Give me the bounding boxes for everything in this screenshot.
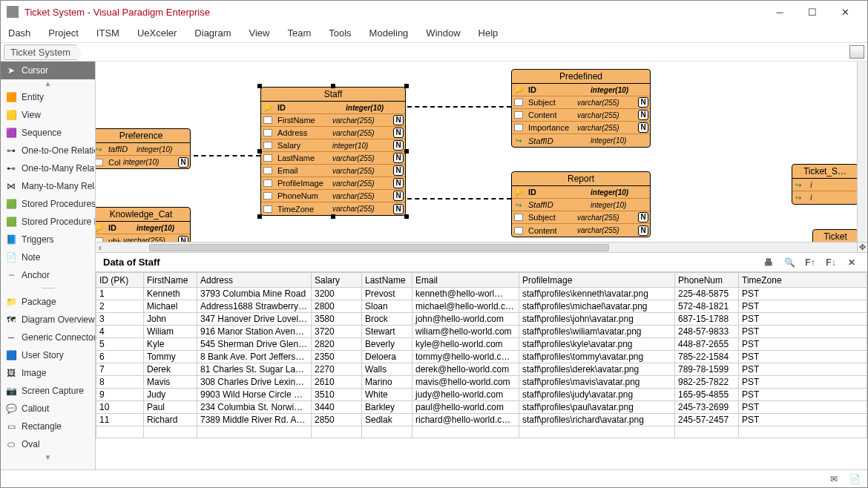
selection-handle[interactable]	[257, 214, 262, 219]
column-header[interactable]: PhoneNum	[675, 273, 739, 288]
selection-handle[interactable]	[257, 149, 262, 154]
menu-modeling[interactable]: Modeling	[369, 27, 409, 39]
menu-window[interactable]: Window	[426, 27, 460, 39]
scroll-left-icon[interactable]: ‹	[96, 243, 105, 253]
tool-cursor[interactable]: ➤ Cursor	[1, 62, 95, 79]
menu-dash[interactable]: Dash	[8, 27, 30, 39]
tool-anchor[interactable]: ┄Anchor	[1, 266, 95, 284]
entity-column-row[interactable]: Importancevarchar(255)N	[512, 122, 650, 134]
menu-itsm[interactable]: ITSM	[96, 27, 119, 39]
tool-entity[interactable]: 🟧Entity	[1, 88, 95, 106]
entity-predefined[interactable]: Predefined 🔑IDinteger(10)Subjectvarchar(…	[511, 69, 651, 148]
tool-generic-connector[interactable]: ─Generic Connector	[1, 329, 95, 346]
canvas-pan-icon[interactable]: ✥	[857, 242, 867, 252]
menu-project[interactable]: Project	[48, 27, 78, 39]
diagram-canvas[interactable]: Preference ↪taffIDinteger(10)Columninteg…	[96, 62, 867, 252]
tool-package[interactable]: 📁Package	[1, 293, 95, 311]
tool-note[interactable]: 📄Note	[1, 248, 95, 266]
table-row[interactable]: 10Paul234 Columbia St. Norwi…3440Barkley…	[96, 401, 867, 414]
entity-column-row[interactable]: Addressvarchar(255)N	[261, 127, 405, 139]
table-row[interactable]: 3John347 Hanover Drive Lovel…3580Brockjo…	[96, 313, 867, 326]
column-header[interactable]: Address	[197, 273, 312, 288]
selection-handle[interactable]	[331, 214, 335, 219]
tool-screen-capture[interactable]: 📷Screen Capture	[1, 382, 95, 400]
breadcrumb-item[interactable]: Ticket System	[4, 44, 77, 60]
entity-column-row[interactable]: Salaryinteger(10)N	[261, 139, 405, 152]
menu-view[interactable]: View	[249, 27, 269, 39]
column-header[interactable]: TimeZone	[739, 273, 867, 288]
mail-icon[interactable]: ✉	[827, 473, 841, 485]
close-panel-icon[interactable]: ✕	[844, 256, 860, 269]
tool-one-to-one-relatio-[interactable]: ⊶One-to-One Relatio…	[1, 142, 95, 159]
entity-column-row[interactable]: 🔑IDinteger(10)	[261, 102, 405, 114]
column-header[interactable]: ID (PK)	[96, 273, 144, 288]
table-row[interactable]: 7Derek81 Charles St. Sugar La…2270Wallsd…	[96, 363, 867, 376]
entity-column-row[interactable]: TimeZonevarchar(255)N	[261, 202, 405, 215]
entity-column-row[interactable]: 🔑IDinteger(10)	[96, 222, 190, 234]
document-icon[interactable]: 📄	[848, 473, 861, 485]
menu-help[interactable]: Help	[479, 27, 499, 39]
entity-column-row[interactable]: ↪StaffIDi	[792, 191, 858, 204]
selection-handle[interactable]	[257, 84, 262, 88]
table-row[interactable]: 9Judy9903 Wild Horse Circle …3510Whiteju…	[96, 389, 867, 401]
data-table-wrap[interactable]: ID (PK)FirstNameAddressSalaryLastNameEma…	[96, 272, 867, 469]
selection-handle[interactable]	[404, 84, 409, 88]
entity-report[interactable]: Report 🔑IDinteger(10)↪StaffIDinteger(10)…	[511, 171, 651, 237]
entity-ticket-s[interactable]: Ticket_S… ↪TicketIDi↪StaffIDi	[792, 164, 858, 205]
scrollbar-thumb[interactable]	[149, 244, 609, 251]
entity-column-row[interactable]: LastNamevarchar(255)N	[261, 152, 405, 165]
entity-column-row[interactable]: Contentvarchar(255)N	[512, 109, 650, 122]
table-row[interactable]: 8Mavis308 Charles Drive Lexin…2610Marino…	[96, 376, 867, 389]
entity-column-row[interactable]: ↪TicketIDi	[792, 179, 858, 191]
entity-column-row[interactable]: Columninteger(10)N	[96, 156, 190, 168]
table-row[interactable]: 11Richard7389 Middle River Rd. A…2850Sed…	[96, 414, 867, 426]
table-row[interactable]	[96, 426, 867, 438]
entity-column-row[interactable]: 🔑IDinteger(10)	[512, 84, 650, 96]
font-decrease-icon[interactable]: F↓	[823, 256, 839, 269]
tool-image[interactable]: 🖼Image	[1, 364, 95, 382]
table-view-icon[interactable]	[849, 45, 864, 59]
entity-column-row[interactable]: Emailvarchar(255)N	[261, 165, 405, 177]
column-header[interactable]: Email	[412, 273, 519, 288]
tool-oval[interactable]: ⬭Oval	[1, 435, 95, 453]
search-data-icon[interactable]: 🔍	[781, 256, 798, 269]
tool-user-story[interactable]: 🟦User Story	[1, 346, 95, 364]
canvas-horizontal-scrollbar[interactable]: ‹	[96, 242, 857, 252]
toolbox-expand-top[interactable]: ▲	[1, 79, 95, 88]
entity-column-row[interactable]: 🔑IDinteger(10)	[512, 186, 650, 199]
selection-handle[interactable]	[404, 214, 409, 219]
entity-column-row[interactable]: Contentvarchar(255)N	[512, 224, 650, 237]
tool-stored-procedure-r-[interactable]: 🟩Stored Procedure R…	[1, 213, 95, 231]
tool-callout[interactable]: 💬Callout	[1, 400, 95, 418]
canvas-vertical-scrollbar[interactable]	[857, 62, 867, 242]
tool-view[interactable]: 🟨View	[1, 106, 95, 124]
entity-column-row[interactable]: Subjectvarchar(255)N	[512, 211, 650, 224]
table-row[interactable]: 1Kenneth3793 Columbia Mine Road3200Prevo…	[96, 288, 867, 300]
tool-stored-procedures[interactable]: 🟩Stored Procedures	[1, 195, 95, 213]
tool-sequence[interactable]: 🟪Sequence	[1, 124, 95, 142]
menu-tools[interactable]: Tools	[329, 27, 351, 39]
entity-column-row[interactable]: FirstNamevarchar(255)N	[261, 114, 405, 127]
tool-rectangle[interactable]: ▭Rectangle	[1, 418, 95, 435]
tool-triggers[interactable]: 📘Triggers	[1, 231, 95, 248]
entity-preference[interactable]: Preference ↪taffIDinteger(10)Columninteg…	[96, 128, 191, 169]
tool-diagram-overview[interactable]: 🗺Diagram Overview	[1, 311, 95, 329]
font-increase-icon[interactable]: F↑	[802, 256, 818, 269]
entity-staff[interactable]: Staff 🔑IDinteger(10)FirstNamevarchar(255…	[260, 87, 406, 216]
menu-team[interactable]: Team	[287, 27, 311, 39]
tool-one-to-many-relati-[interactable]: ⊷One-to-Many Relati…	[1, 159, 95, 177]
table-row[interactable]: 6Tommy8 Bank Ave. Port Jeffers…2350Deloe…	[96, 351, 867, 363]
selection-handle[interactable]	[404, 149, 409, 154]
table-row[interactable]: 2MichaelAddress1688 Strawberry…2800Sloan…	[96, 300, 867, 313]
print-icon[interactable]: 🖶	[760, 256, 777, 269]
selection-handle[interactable]	[331, 84, 335, 88]
entity-column-row[interactable]: ↪taffIDinteger(10)	[96, 143, 190, 156]
menu-diagram[interactable]: Diagram	[194, 27, 231, 39]
column-header[interactable]: LastName	[362, 273, 412, 288]
entity-column-row[interactable]: ↪StaffIDinteger(10)	[512, 199, 650, 211]
column-header[interactable]: Salary	[312, 273, 362, 288]
entity-column-row[interactable]: ProfileImagevarchar(255)N	[261, 177, 405, 190]
toolbox-expand-bottom[interactable]: ▼	[1, 453, 95, 462]
menu-uexceler[interactable]: UeXceler	[137, 27, 177, 39]
maximize-button[interactable]: ☐	[796, 1, 829, 23]
